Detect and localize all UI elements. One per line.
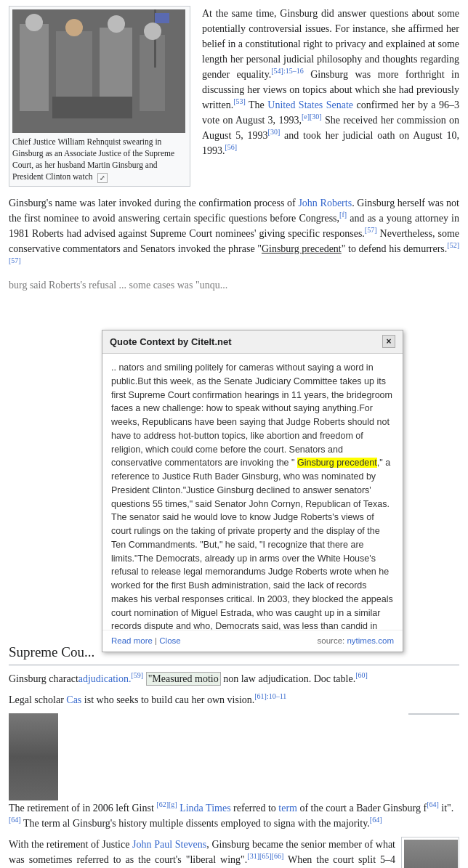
expand-icon[interactable]: ⤢ xyxy=(97,173,108,183)
right-image-placeholder xyxy=(9,713,58,800)
ref-53[interactable]: [53] xyxy=(233,97,246,105)
main-paragraph-1: Ginsburg's name was later invoked during… xyxy=(9,195,459,272)
linda-link[interactable]: Linda xyxy=(179,803,203,814)
source-link[interactable]: nytimes.com xyxy=(347,636,394,645)
ref-54[interactable]: [54]:15–16 xyxy=(271,67,303,75)
adjudication-ref-59[interactable]: adjudication.[59] xyxy=(78,673,143,684)
truncated-para: burg said Roberts's refusal ... some cas… xyxy=(9,277,459,293)
svg-point-11 xyxy=(144,23,161,40)
ref-e30[interactable]: [e][30] xyxy=(302,113,322,121)
cas-link[interactable]: Cas xyxy=(66,694,81,705)
svg-point-9 xyxy=(65,19,83,36)
page-content: Chief Justice William Rehnquist swearing… xyxy=(0,0,468,868)
with-retirement-para: With the retirement of Justice John Paul… xyxy=(9,837,459,868)
section-para-2: Legal scholar Cas ist who seeks to build… xyxy=(9,692,459,707)
times-link[interactable]: Times xyxy=(206,803,231,814)
ref-61[interactable]: [61]:10–11 xyxy=(254,692,286,700)
highlighted-ginsburg-precedent: Ginsburg precedent xyxy=(297,458,377,468)
ref-60[interactable]: [60] xyxy=(355,671,368,679)
right-image-box xyxy=(408,713,459,715)
term-link[interactable]: term xyxy=(278,803,297,814)
section-para-1: Ginsburg charactadjudication.[59] "Measu… xyxy=(9,671,459,686)
bottom-section: mayor, ⤢ 1, 2010. O'Connor is not wearin… xyxy=(9,837,459,868)
measured-motion-highlight: "Measured motio xyxy=(146,672,221,686)
ref-56[interactable]: [56] xyxy=(225,143,238,151)
john-roberts-link[interactable]: John Roberts xyxy=(298,198,352,208)
top-section: Chief Justice William Rehnquist swearing… xyxy=(9,6,459,187)
ref-64-first[interactable]: [64] xyxy=(427,803,439,814)
close-link[interactable]: Close xyxy=(159,636,180,645)
quote-popup: Quote Context by CiteIt.net × .. nators … xyxy=(102,330,403,653)
john-paul-link[interactable]: John Paul xyxy=(132,839,172,850)
quote-popup-header: Quote Context by CiteIt.net × xyxy=(102,330,403,354)
bottom-image-box: mayor, ⤢ 1, 2010. O'Connor is not wearin… xyxy=(401,837,459,868)
ref-f[interactable]: [f] xyxy=(339,211,347,219)
ref-30[interactable]: [30] xyxy=(268,128,281,136)
ref-57[interactable]: [57] xyxy=(365,226,377,234)
stevens-link[interactable]: Stevens xyxy=(175,839,207,850)
quote-popup-close-button[interactable]: × xyxy=(382,335,395,348)
united-states-senate-link[interactable]: United States Senate xyxy=(267,100,353,110)
ref-31-65-66[interactable]: [31][65][66] xyxy=(247,852,283,860)
ginsburg-precedent-text: Ginsburg precedent xyxy=(262,243,342,254)
svg-rect-6 xyxy=(155,13,169,23)
full-text: Ginsburg's name was later invoked during… xyxy=(9,195,459,868)
image-caption: Chief Justice William Rehnquist swearing… xyxy=(12,136,187,183)
main-image-box: Chief Justice William Rehnquist swearing… xyxy=(9,6,190,187)
svg-rect-7 xyxy=(52,97,132,118)
popup-footer-links: Read more | Close xyxy=(111,635,181,647)
popup-source: source: nytimes.com xyxy=(318,635,394,647)
ref-64-second[interactable]: [64] xyxy=(9,816,21,824)
top-text-content: At the same time, Ginsburg did answer qu… xyxy=(202,6,459,187)
svg-point-8 xyxy=(25,14,43,31)
quote-popup-body: .. nators and smiling politely for camer… xyxy=(102,354,403,630)
source-label: source: xyxy=(318,636,345,645)
ref-62g[interactable]: [62][g] xyxy=(156,803,177,814)
top-paragraph: At the same time, Ginsburg did answer qu… xyxy=(202,6,459,158)
svg-rect-1 xyxy=(20,24,49,111)
quote-popup-footer: Read more | Close source: nytimes.com xyxy=(102,630,403,652)
ref-64-third[interactable]: [64] xyxy=(370,816,382,824)
bottom-image xyxy=(404,840,458,868)
quote-popup-title: Quote Context by CiteIt.net xyxy=(110,335,232,349)
main-image xyxy=(12,9,185,133)
svg-rect-4 xyxy=(140,35,165,111)
read-more-link[interactable]: Read more xyxy=(111,636,153,645)
svg-point-10 xyxy=(108,15,125,33)
